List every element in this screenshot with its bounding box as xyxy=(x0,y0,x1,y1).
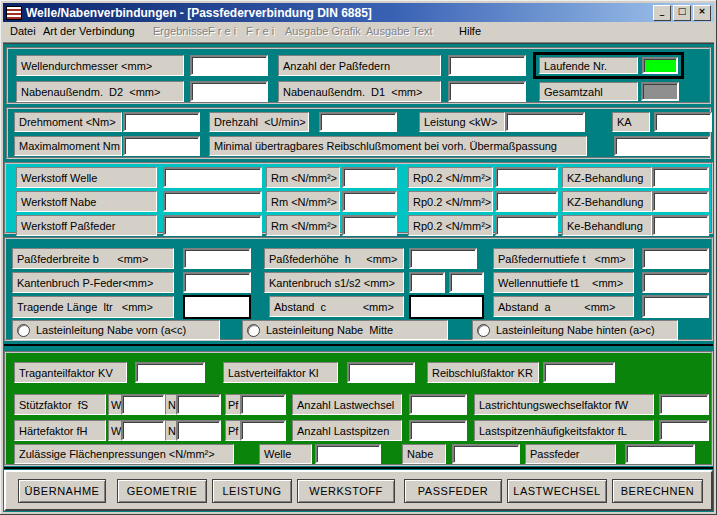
input-stuetzfaktor-n[interactable] xyxy=(176,394,221,415)
input-passfedernuttiefe-t[interactable] xyxy=(642,248,709,269)
input-passfederbreite[interactable] xyxy=(183,248,251,269)
input-maximalmoment[interactable] xyxy=(123,136,200,156)
label-fh-pf: Pf xyxy=(225,420,241,441)
input-nabenaussendm-d2[interactable] xyxy=(190,81,268,102)
input-drehmoment[interactable] xyxy=(123,112,200,132)
input-werkstoff-nabe[interactable] xyxy=(163,191,262,212)
input-lastspitzenhaeufigkeitsfaktor[interactable] xyxy=(659,420,709,441)
input-abstand-a[interactable] xyxy=(642,295,709,318)
label-werkstoff-passfeder: Werkstoff Paßfeder xyxy=(16,215,157,236)
geometrie-button[interactable]: GEOMETRIE xyxy=(117,479,207,503)
label-werkstoff-nabe: Werkstoff Nabe xyxy=(16,191,157,212)
passfeder-button[interactable]: PASSFEDER xyxy=(404,479,502,503)
input-anzahl-lastspitzen[interactable] xyxy=(409,420,467,441)
label-lastverteilfaktor: Lastverteilfaktor Kl xyxy=(223,362,338,383)
label-kantenbruch-s1s2: Kantenbruch s1/s2 <mm> xyxy=(264,272,404,293)
label-rm-nabe: Rm <N/mm²> xyxy=(266,191,340,212)
radio-circle-vorn[interactable] xyxy=(17,324,30,337)
input-wellennuttiefe-t1[interactable] xyxy=(642,272,709,293)
menu-hilfe[interactable]: Hilfe xyxy=(459,25,481,37)
menu-datei[interactable]: Datei xyxy=(10,25,36,37)
radio-lasteinleitung-vorn[interactable]: Lasteinleitung Nabe vorn (a<c) xyxy=(12,320,220,340)
label-lastrichtungswechselfaktor: Lastrichtungswechselfaktor fW xyxy=(474,394,654,415)
title-bar[interactable]: Welle/Nabenverbindungen - [Passfederverb… xyxy=(3,3,714,22)
label-reibschlussfaktor: Reibschlußfaktor KR xyxy=(427,362,539,383)
close-icon[interactable]: × xyxy=(693,5,711,21)
input-lastverteilfaktor[interactable] xyxy=(347,362,415,383)
radio-lasteinleitung-mitte[interactable]: Lasteinleitung Nabe Mitte xyxy=(242,320,448,340)
input-haertefaktor-w[interactable] xyxy=(121,420,165,441)
menu-bar: Datei Art der Verbindung Ergebnisse F r … xyxy=(3,22,714,43)
input-werkstoff-welle[interactable] xyxy=(163,167,262,188)
input-anzahl-lastwechsel[interactable] xyxy=(409,394,467,415)
input-ka[interactable] xyxy=(654,112,712,132)
input-stuetzfaktor-pf[interactable] xyxy=(240,394,286,415)
input-anzahl-passfedern[interactable] xyxy=(448,55,526,76)
label-wellendurchmesser: Wellendurchmesser <mm> xyxy=(16,55,184,76)
app-window: Welle/Nabenverbindungen - [Passfederverb… xyxy=(0,0,717,515)
input-wellendurchmesser[interactable] xyxy=(190,55,268,76)
input-kz-behandlung-nabe[interactable] xyxy=(652,191,709,212)
input-rm-nabe[interactable] xyxy=(342,191,397,212)
input-passfederhoehe[interactable] xyxy=(409,248,477,269)
input-drehzahl[interactable] xyxy=(319,112,397,132)
label-passfederhoehe: Paßfederhöhe h <mm> xyxy=(264,248,404,269)
input-kantenbruch-pfeder[interactable] xyxy=(183,272,251,293)
leistung-button[interactable]: LEISTUNG xyxy=(212,479,292,503)
input-reibschlussfaktor[interactable] xyxy=(543,362,615,383)
radio-circle-hinten[interactable] xyxy=(477,324,490,337)
input-leistung[interactable] xyxy=(505,112,585,132)
werkstoff-button[interactable]: WERKSTOFF xyxy=(297,479,395,503)
window-controls: _ □ × xyxy=(653,5,711,21)
label-anzahl-lastspitzen: Anzahl Lastspitzen xyxy=(292,420,402,441)
label-gesamtzahl: Gesamtzahl xyxy=(539,82,638,101)
berechnen-button[interactable]: BERECHNEN xyxy=(612,479,703,503)
menu-art-der-verbindung[interactable]: Art der Verbindung xyxy=(43,25,135,37)
label-ka: KA xyxy=(612,112,650,132)
input-kz-behandlung-welle[interactable] xyxy=(652,167,709,188)
separator-top xyxy=(4,344,713,346)
radio-lasteinleitung-hinten[interactable]: Lasteinleitung Nabe hinten (a>c) xyxy=(472,320,678,340)
input-rp02-passfeder[interactable] xyxy=(495,215,558,236)
input-rp02-nabe[interactable] xyxy=(495,191,558,212)
input-abstand-c[interactable] xyxy=(409,295,484,319)
window-title: Welle/Nabenverbindungen - [Passfederverb… xyxy=(26,6,372,20)
input-ke-behandlung-passfeder[interactable] xyxy=(652,215,709,236)
label-passfedernuttiefe-t: Paßfedernuttiefe t <mm> xyxy=(493,248,634,269)
radio-circle-mitte[interactable] xyxy=(247,324,260,337)
input-reibschlussmoment[interactable] xyxy=(614,136,710,156)
input-laufende-nr[interactable] xyxy=(642,57,678,74)
label-nabenaussendm-d1: Nabenaußendm. D1 <mm> xyxy=(278,81,441,102)
minimize-icon[interactable]: _ xyxy=(653,5,671,21)
label-anzahl-passfedern: Anzahl der Paßfedern xyxy=(278,55,441,76)
input-pressung-welle[interactable] xyxy=(315,444,381,464)
label-zulaessige-flaechenpressungen: Zulässige Flächenpressungen <N/mm²> xyxy=(14,444,234,464)
input-tragende-laenge[interactable] xyxy=(183,295,251,319)
input-pressung-nabe[interactable] xyxy=(452,444,520,464)
input-kantenbruch-s2[interactable] xyxy=(449,272,484,293)
input-rp02-welle[interactable] xyxy=(495,167,558,188)
input-rm-passfeder[interactable] xyxy=(342,215,397,236)
field-gesamtzahl-readonly xyxy=(641,82,679,101)
input-haertefaktor-pf[interactable] xyxy=(240,420,286,441)
input-lastrichtungswechselfaktor[interactable] xyxy=(659,394,709,415)
input-werkstoff-passfeder[interactable] xyxy=(163,215,262,236)
radio-label-mitte: Lasteinleitung Nabe Mitte xyxy=(266,324,393,336)
label-fs-pf: Pf xyxy=(225,394,241,415)
label-haertefaktor: Härtefaktor fH xyxy=(14,420,106,441)
input-haertefaktor-n[interactable] xyxy=(176,420,221,441)
input-pressung-passfeder[interactable] xyxy=(625,444,695,464)
input-kantenbruch-s1[interactable] xyxy=(409,272,445,293)
label-tragende-laenge: Tragende Länge ltr <mm> xyxy=(12,296,174,318)
input-traganteilfaktor[interactable] xyxy=(135,362,205,383)
label-abstand-a: Abstand a <mm> xyxy=(493,296,634,317)
input-stuetzfaktor-w[interactable] xyxy=(121,394,165,415)
input-nabenaussendm-d1[interactable] xyxy=(448,81,526,102)
input-rm-welle[interactable] xyxy=(342,167,397,188)
maximize-icon[interactable]: □ xyxy=(673,5,691,21)
label-anzahl-lastwechsel: Anzahl Lastwechsel xyxy=(292,394,402,415)
uebernahme-button[interactable]: ÜBERNAHME xyxy=(18,479,106,503)
lastwechsel-button[interactable]: LASTWECHSEL xyxy=(507,479,607,503)
label-passfederbreite: Paßfederbreite b <mm> xyxy=(12,248,174,269)
label-reibschlussmoment: Minimal übertragbares Reibschlußmoment b… xyxy=(209,136,587,156)
